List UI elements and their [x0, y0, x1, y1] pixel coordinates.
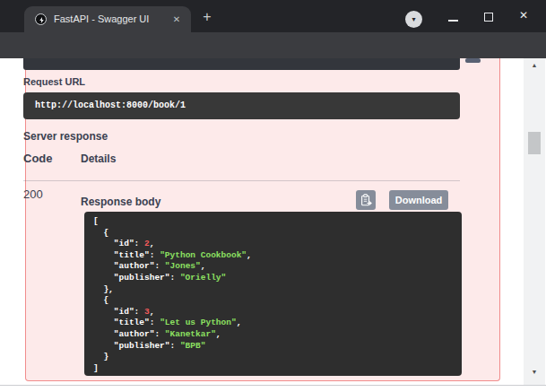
request-url-box: http://localhost:8000/book/1	[23, 92, 460, 119]
page-scrollbar[interactable]: ▲ ▼	[524, 58, 545, 385]
titlebar: FastAPI - Swagger UI ✕ + ▾ ✕	[0, 0, 546, 32]
response-body-box: [ { "id": 2, "title": "Python Cookbook",…	[84, 212, 462, 376]
server-response-label: Server response	[23, 130, 108, 143]
window-close-button[interactable]: ✕	[516, 8, 531, 22]
request-url-label: Request URL	[23, 76, 85, 87]
scroll-down-icon[interactable]: ▼	[524, 369, 545, 375]
browser-toolbar: ← → ⟳ ⌂ ⓘ localhost:8000/docs#/default/d…	[0, 32, 546, 58]
browser-window: FastAPI - Swagger UI ✕ + ▾ ✕ ← → ⟳ ⌂ ⓘ l…	[0, 0, 546, 392]
copy-to-clipboard-button[interactable]	[356, 190, 376, 210]
curl-scrollbar[interactable]	[465, 58, 481, 63]
tab-title: FastAPI - Swagger UI	[54, 13, 161, 24]
tab-close-icon[interactable]: ✕	[169, 13, 184, 27]
download-button[interactable]: Download	[389, 190, 448, 210]
status-code: 200	[23, 187, 43, 201]
new-tab-button[interactable]: +	[199, 9, 215, 25]
page-viewport: Request URL http://localhost:8000/book/1…	[0, 58, 546, 392]
code-column-header: Code	[23, 152, 53, 165]
curl-command-box	[23, 58, 460, 70]
minimize-button[interactable]	[448, 20, 458, 22]
scroll-up-icon[interactable]: ▲	[524, 62, 545, 68]
scrollbar-thumb[interactable]	[528, 132, 541, 154]
request-url-value: http://localhost:8000/book/1	[35, 92, 186, 119]
fastapi-favicon-icon	[35, 13, 47, 25]
clipboard-icon	[360, 194, 372, 206]
details-column-header: Details	[81, 152, 116, 165]
response-table-divider	[23, 180, 460, 181]
window-bottom-edge	[0, 385, 546, 386]
response-body-label: Response body	[81, 196, 160, 208]
response-json: [ { "id": 2, "title": "Python Cookbook",…	[93, 216, 252, 374]
maximize-button[interactable]	[484, 13, 493, 22]
browser-tab[interactable]: FastAPI - Swagger UI ✕	[24, 6, 191, 32]
tab-search-button[interactable]: ▾	[405, 11, 422, 28]
